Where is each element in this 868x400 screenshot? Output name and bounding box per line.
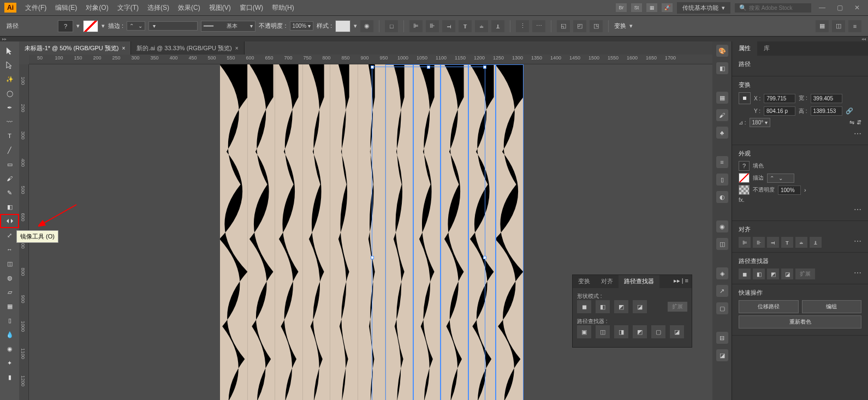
type-tool[interactable]: T bbox=[0, 129, 19, 143]
isolate-icon[interactable]: ◱ bbox=[557, 20, 570, 32]
chevron-down-icon[interactable]: ▾ bbox=[76, 22, 80, 29]
search-input[interactable] bbox=[749, 5, 804, 11]
ruler-horizontal[interactable]: 5010015020025030035040045050055060065070… bbox=[29, 55, 712, 64]
distribute-v-icon[interactable]: ⋯ bbox=[532, 20, 545, 32]
expand-button[interactable]: 扩展 bbox=[668, 302, 687, 312]
align-artboard-icon[interactable]: □ bbox=[385, 20, 398, 32]
more-options-icon[interactable]: ⋯ bbox=[854, 129, 861, 138]
more-options-icon[interactable]: ⋯ bbox=[854, 268, 861, 279]
intersect-icon[interactable]: ◩ bbox=[767, 268, 779, 279]
color-guide-icon[interactable]: ◧ bbox=[716, 62, 728, 74]
lasso-tool[interactable]: ◯ bbox=[0, 86, 19, 100]
recolor-button[interactable]: 重新着色 bbox=[739, 315, 861, 329]
flip-h-icon[interactable]: ⇋ bbox=[849, 119, 854, 126]
asset-export-icon[interactable]: ↗ bbox=[716, 285, 728, 297]
document-tab-2[interactable]: 新的.ai @ 33.33% (RGB/GPU 预览) × bbox=[131, 41, 244, 55]
menu-window[interactable]: 窗口(W) bbox=[235, 3, 267, 13]
eyedropper-tool[interactable]: 💧 bbox=[0, 327, 19, 342]
reflect-tool[interactable] bbox=[0, 214, 19, 228]
free-transform-tool[interactable]: ◫ bbox=[0, 256, 19, 271]
distribute-h-icon[interactable]: ⋮ bbox=[516, 20, 529, 32]
fx-label[interactable]: fx. bbox=[739, 197, 745, 203]
swatches-icon[interactable]: ▦ bbox=[716, 92, 728, 104]
appearance-icon[interactable]: ◉ bbox=[716, 220, 728, 232]
exclude-icon[interactable]: ◪ bbox=[781, 268, 793, 279]
align-left-icon[interactable]: ⊫ bbox=[739, 237, 751, 248]
opacity-icon[interactable] bbox=[739, 185, 750, 195]
eraser-tool[interactable]: ◧ bbox=[0, 200, 19, 214]
tab-pathfinder[interactable]: 路径查找器 bbox=[619, 275, 659, 288]
edit-icon[interactable]: ◳ bbox=[590, 20, 603, 32]
stroke-weight-stepper[interactable]: ⌃ ⌄ bbox=[767, 174, 794, 183]
align-panel-icon[interactable]: ⊟ bbox=[716, 332, 728, 344]
clip-icon[interactable]: ◰ bbox=[573, 20, 586, 32]
grid-view-icon[interactable]: ▦ bbox=[816, 20, 829, 32]
style-swatch[interactable] bbox=[335, 20, 350, 32]
menu-effect[interactable]: 效果(C) bbox=[174, 3, 205, 13]
paintbrush-tool[interactable]: 🖌 bbox=[0, 171, 19, 186]
more-options-icon[interactable]: ⋯ bbox=[854, 205, 861, 214]
chevron-right-icon[interactable]: › bbox=[804, 187, 806, 193]
intersect-icon[interactable]: ◩ bbox=[614, 300, 628, 313]
menu-object[interactable]: 对象(O) bbox=[81, 3, 112, 13]
menu-view[interactable]: 视图(V) bbox=[205, 3, 235, 13]
transform-label[interactable]: 变换 bbox=[614, 22, 626, 30]
group-button[interactable]: 编组 bbox=[802, 300, 862, 313]
recolor-icon[interactable]: ◉ bbox=[360, 20, 373, 32]
menu-help[interactable]: 帮助(H) bbox=[267, 3, 299, 13]
chevron-down-icon[interactable]: ▾ bbox=[354, 22, 357, 29]
align-vcenter-icon[interactable]: ⫨ bbox=[475, 20, 488, 32]
opacity-input[interactable]: 100% ▾ bbox=[290, 21, 314, 31]
mesh-tool[interactable]: ▦ bbox=[0, 299, 19, 313]
unite-icon[interactable]: ◼ bbox=[577, 300, 591, 313]
tab-align[interactable]: 对齐 bbox=[596, 275, 619, 288]
close-button[interactable]: ✕ bbox=[851, 3, 864, 12]
outline-icon[interactable]: ▢ bbox=[651, 325, 665, 338]
layers-icon[interactable]: ◈ bbox=[716, 267, 728, 279]
more-options-icon[interactable]: ⋯ bbox=[854, 237, 861, 248]
tab-transform[interactable]: 变换 bbox=[573, 275, 596, 288]
x-input[interactable] bbox=[764, 94, 795, 103]
close-icon[interactable]: × bbox=[235, 45, 239, 51]
shape-builder-tool[interactable]: ◍ bbox=[0, 271, 19, 285]
collapse-icon[interactable]: ▸▸ | ≡ bbox=[670, 275, 692, 288]
expand-button[interactable]: 扩展 bbox=[795, 268, 815, 279]
offset-path-button[interactable]: 位移路径 bbox=[739, 300, 799, 313]
align-hcenter-icon[interactable]: ⊪ bbox=[426, 20, 439, 32]
flip-v-icon[interactable]: ⇵ bbox=[857, 119, 861, 126]
magic-wand-tool[interactable]: ✨ bbox=[0, 72, 19, 86]
direct-selection-tool[interactable] bbox=[0, 58, 19, 72]
search-stock[interactable]: 🔍 bbox=[735, 3, 811, 13]
crop-icon[interactable]: ◩ bbox=[633, 325, 647, 338]
minus-front-icon[interactable]: ◧ bbox=[596, 300, 610, 313]
menu-edit[interactable]: 编辑(E) bbox=[51, 3, 81, 13]
align-right-icon[interactable]: ⫤ bbox=[767, 237, 779, 248]
minus-back-icon[interactable]: ◪ bbox=[670, 325, 684, 338]
brushes-icon[interactable]: 🖌 bbox=[716, 109, 728, 121]
selection-tool[interactable] bbox=[0, 44, 19, 58]
line-tool[interactable]: ╱ bbox=[0, 143, 19, 157]
gradient-tool[interactable]: ▯ bbox=[0, 313, 19, 327]
graphic-styles-icon[interactable]: ◫ bbox=[716, 238, 728, 250]
menu-file[interactable]: 文件(F) bbox=[21, 3, 51, 13]
expand-left-icon[interactable]: ▸▸ bbox=[2, 37, 7, 41]
stock-icon[interactable]: St bbox=[631, 3, 642, 12]
artboards-icon[interactable]: ▢ bbox=[716, 302, 728, 314]
opacity-input[interactable] bbox=[778, 186, 801, 195]
blend-tool[interactable]: ◉ bbox=[0, 342, 19, 356]
align-hcenter-icon[interactable]: ⊪ bbox=[753, 237, 765, 248]
symbol-sprayer-tool[interactable]: ✦ bbox=[0, 356, 19, 370]
minus-front-icon[interactable]: ◧ bbox=[753, 268, 765, 279]
reference-point-widget[interactable] bbox=[739, 92, 751, 104]
perspective-tool[interactable]: ▱ bbox=[0, 285, 19, 299]
arrange-icon[interactable]: ▦ bbox=[646, 3, 657, 12]
brush-def[interactable]: ━━━基本▾ bbox=[201, 21, 255, 32]
align-right-icon[interactable]: ⫤ bbox=[442, 20, 455, 32]
align-left-icon[interactable]: ⊫ bbox=[409, 20, 423, 32]
stroke-weight-input[interactable]: ⌃ ⌄ bbox=[127, 21, 145, 31]
fill-swatch[interactable]: ? bbox=[739, 161, 750, 171]
unite-icon[interactable]: ◼ bbox=[739, 268, 751, 279]
pencil-tool[interactable]: ✎ bbox=[0, 186, 19, 200]
symbols-icon[interactable]: ♣ bbox=[716, 127, 728, 139]
angle-input[interactable]: 180° ▾ bbox=[750, 118, 771, 127]
